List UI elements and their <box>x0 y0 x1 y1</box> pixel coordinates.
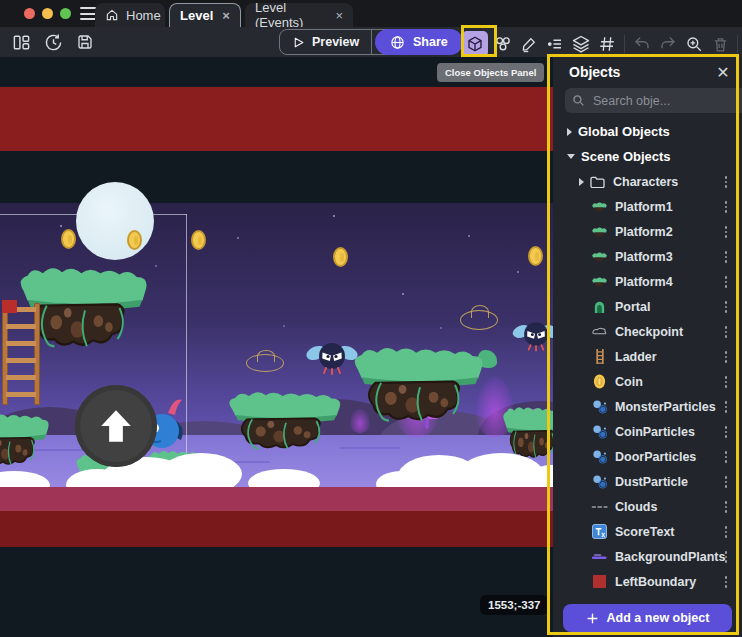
sprite-ground-band[interactable] <box>0 487 553 511</box>
object-item-label: Platform4 <box>615 275 673 289</box>
tab-level-close-icon[interactable]: × <box>222 9 230 22</box>
object-item-MonsterParticles[interactable]: MonsterParticles <box>553 394 742 419</box>
add-new-object-button[interactable]: Add a new object <box>563 604 732 632</box>
sprite-platform[interactable] <box>0 412 52 468</box>
sprite-platform[interactable] <box>227 390 345 452</box>
object-menu-icon[interactable] <box>720 175 732 189</box>
window-close-button[interactable] <box>24 8 35 19</box>
ufo-outline-decor <box>460 310 498 330</box>
globe-icon <box>390 35 405 50</box>
plus-icon <box>586 612 599 625</box>
expander-icon[interactable] <box>567 128 572 136</box>
object-item-label: Platform3 <box>615 250 673 264</box>
object-item-label: Coin <box>615 375 643 389</box>
sprite-bottom-boundary[interactable] <box>0 511 553 547</box>
object-menu-icon[interactable] <box>720 275 732 289</box>
object-item-Portal[interactable]: Portal <box>553 294 742 319</box>
sprite-ladder[interactable] <box>2 303 40 405</box>
tab-level-events-close-icon[interactable]: × <box>335 9 343 22</box>
platform-icon <box>591 224 608 240</box>
object-item-DoorParticles[interactable]: DoorParticles <box>553 444 742 469</box>
group-global-objects[interactable]: Global Objects <box>553 119 742 144</box>
group-scene-objects[interactable]: Scene Objects <box>553 144 742 169</box>
object-item-Ladder[interactable]: Ladder <box>553 344 742 369</box>
scene-editor-canvas[interactable]: 1553;-337 <box>0 57 553 637</box>
object-menu-icon[interactable] <box>720 250 732 264</box>
object-item-ScoreText[interactable]: ScoreText <box>553 519 742 544</box>
layers-icon[interactable] <box>570 33 592 55</box>
object-item-DustParticle[interactable]: DustParticle <box>553 469 742 494</box>
window-minimize-button[interactable] <box>42 8 53 19</box>
sprite-coin[interactable] <box>127 230 142 250</box>
share-button[interactable]: Share <box>375 29 463 55</box>
objects-tree: Global Objects Scene Objects CharactersP… <box>553 119 742 594</box>
sprite-moon[interactable] <box>76 182 154 260</box>
sprite-coin[interactable] <box>61 229 76 249</box>
tab-level-events-label: Level (Events) <box>255 0 326 30</box>
object-item-BackgroundPlants[interactable]: BackgroundPlants <box>553 544 742 569</box>
object-search-input[interactable] <box>591 93 742 109</box>
window-zoom-button[interactable] <box>60 8 71 19</box>
red-square-icon <box>591 574 608 590</box>
object-menu-icon[interactable] <box>720 475 732 489</box>
platform-icon <box>591 199 608 215</box>
object-groups-icon[interactable] <box>492 33 514 55</box>
expander-icon[interactable] <box>579 178 584 186</box>
object-menu-icon[interactable] <box>720 500 732 514</box>
toolbar: Preview Share <box>0 27 742 57</box>
object-item-Clouds[interactable]: Clouds <box>553 494 742 519</box>
objects-panel-close-icon[interactable]: ✕ <box>712 61 734 83</box>
sprite-coin[interactable] <box>528 246 543 266</box>
sprite-top-boundary[interactable] <box>0 87 553 151</box>
instances-list-icon[interactable] <box>544 33 566 55</box>
object-menu-icon[interactable] <box>720 400 732 414</box>
grid-icon[interactable] <box>596 33 618 55</box>
particles-icon <box>591 424 608 440</box>
undo-icon[interactable] <box>631 33 653 55</box>
object-item-label: ScoreText <box>615 525 675 539</box>
delete-icon[interactable] <box>709 33 731 55</box>
zoom-in-icon[interactable] <box>683 33 705 55</box>
objects-panel-toggle-icon[interactable] <box>462 31 488 57</box>
sprite-flying-monster[interactable] <box>306 336 358 380</box>
save-icon[interactable] <box>74 31 96 53</box>
object-menu-icon[interactable] <box>720 525 732 539</box>
sprite-flying-monster[interactable] <box>512 316 553 356</box>
play-icon <box>292 36 305 49</box>
object-item-Platform3[interactable]: Platform3 <box>553 244 742 269</box>
object-search-box[interactable] <box>565 88 742 113</box>
jump-button-overlay[interactable] <box>75 385 157 467</box>
sprite-coin[interactable] <box>191 230 206 250</box>
object-menu-icon[interactable] <box>720 375 732 389</box>
object-menu-icon[interactable] <box>720 325 732 339</box>
sprite-left-boundary-block[interactable] <box>2 300 17 313</box>
object-menu-icon[interactable] <box>720 350 732 364</box>
tab-level-events[interactable]: Level (Events) × <box>245 3 353 27</box>
edit-pencil-icon[interactable] <box>518 33 540 55</box>
tab-level[interactable]: Level × <box>169 3 241 27</box>
object-menu-icon[interactable] <box>720 225 732 239</box>
object-menu-icon[interactable] <box>720 450 732 464</box>
object-menu-icon[interactable] <box>720 200 732 214</box>
object-item-Checkpoint[interactable]: Checkpoint <box>553 319 742 344</box>
redo-icon[interactable] <box>657 33 679 55</box>
object-item-CoinParticles[interactable]: CoinParticles <box>553 419 742 444</box>
object-item-Coin[interactable]: Coin <box>553 369 742 394</box>
object-menu-icon[interactable] <box>720 575 732 589</box>
object-item-Platform2[interactable]: Platform2 <box>553 219 742 244</box>
sprite-platform[interactable] <box>352 345 488 425</box>
object-item-Platform4[interactable]: Platform4 <box>553 269 742 294</box>
expander-icon[interactable] <box>567 154 575 159</box>
preview-button[interactable]: Preview <box>280 35 371 49</box>
object-item-label: Clouds <box>615 500 657 514</box>
object-item-LeftBoundary[interactable]: LeftBoundary <box>553 569 742 594</box>
object-menu-icon[interactable] <box>720 300 732 314</box>
object-menu-icon[interactable] <box>720 550 732 564</box>
project-manager-icon[interactable] <box>10 31 32 53</box>
object-menu-icon[interactable] <box>720 425 732 439</box>
sprite-coin[interactable] <box>333 247 348 267</box>
tab-home[interactable]: Home <box>95 3 165 27</box>
object-item-Characters[interactable]: Characters <box>553 169 742 194</box>
version-history-icon[interactable] <box>42 31 64 53</box>
object-item-Platform1[interactable]: Platform1 <box>553 194 742 219</box>
